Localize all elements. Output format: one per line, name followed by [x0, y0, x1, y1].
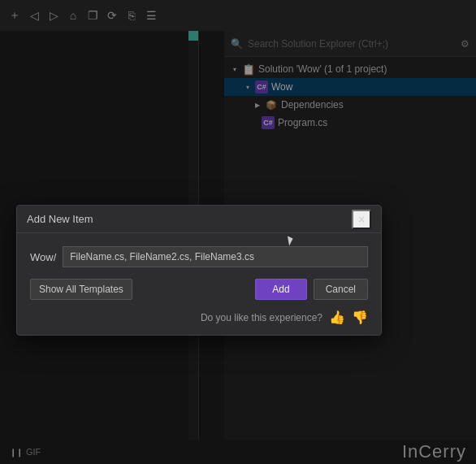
show-all-templates-button[interactable]: Show All Templates — [30, 279, 132, 300]
dialog-title: Add New Item — [27, 213, 93, 225]
dialog-close-button[interactable]: × — [352, 210, 371, 229]
dialog-titlebar: Add New Item × — [17, 206, 381, 233]
dialog-feedback: Do you like this experience? 👍 👎 — [30, 310, 368, 325]
dialog-path-label: Wow/ — [30, 251, 56, 263]
filename-input[interactable] — [63, 246, 368, 267]
thumbs-up-icon[interactable]: 👍 — [329, 310, 345, 325]
cancel-button[interactable]: Cancel — [314, 279, 368, 300]
thumbs-down-icon[interactable]: 👎 — [352, 310, 368, 325]
dialog-actions: Show All Templates Add Cancel — [30, 279, 368, 300]
feedback-text: Do you like this experience? — [201, 312, 322, 323]
add-button[interactable]: Add — [255, 279, 306, 300]
dialog-input-row: Wow/ — [30, 246, 368, 267]
dialog-body: Wow/ Show All Templates Add Cancel Do yo… — [17, 233, 381, 335]
add-new-item-dialog: Add New Item × Wow/ Show All Templates A… — [16, 205, 382, 336]
